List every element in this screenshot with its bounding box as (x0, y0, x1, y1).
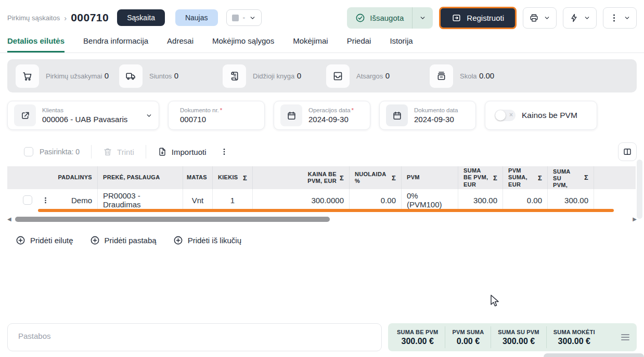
sum-icon[interactable]: Σ (538, 174, 542, 182)
dokumento-nr-field[interactable]: Dokumento nr.* 000710 (168, 101, 265, 130)
add-from-stock-label: Pridėti iš likučių (188, 236, 241, 245)
actions-dropdown-button[interactable] (563, 7, 597, 29)
column-header-suma-be-pvm[interactable]: SUMA BE PVM, EURΣ (458, 166, 503, 189)
cart-icon (16, 64, 39, 88)
stat-didzioji-knyga[interactable]: Didžioji knyga 0 (223, 64, 326, 88)
kebab-menu-icon (220, 148, 228, 156)
cell-padalinys[interactable]: Demo (56, 189, 98, 211)
stat-atsargos[interactable]: Atsargos 0 (326, 64, 430, 88)
chevron-down-icon[interactable] (146, 112, 152, 119)
row-menu-button[interactable] (42, 196, 49, 204)
register-button[interactable]: Registruoti (439, 7, 517, 29)
tab-mokejimo-salygos[interactable]: Mokėjimo sąlygos (212, 36, 274, 52)
column-header-padalinys[interactable]: PADALINYS (56, 166, 98, 189)
stat-label: Didžioji knyga (253, 72, 294, 80)
column-header-pvm[interactable]: PVM (402, 166, 458, 189)
horizontal-scrollbar[interactable]: ◀ ▶ (7, 216, 637, 223)
header-checkbox-cell (7, 166, 34, 189)
cell-suma-su-pvm[interactable]: 300.00 (548, 189, 594, 211)
cell-kiekis[interactable]: 1 (213, 189, 253, 211)
cell-matas[interactable]: Vnt (183, 189, 213, 211)
notes-input[interactable] (7, 323, 382, 351)
page-title: 000710 (71, 11, 109, 24)
divider (146, 145, 146, 158)
scrollbar-track[interactable] (15, 217, 629, 222)
color-dropdown[interactable]: - (226, 9, 262, 26)
saved-dropdown-caret[interactable] (413, 7, 433, 29)
truck-icon (119, 64, 143, 88)
import-button[interactable]: Importuoti (158, 147, 207, 156)
select-all-checkbox[interactable] (24, 147, 33, 156)
sum-icon[interactable]: Σ (243, 174, 247, 182)
calendar-icon[interactable] (280, 104, 302, 126)
tab-mokejimai[interactable]: Mokėjimai (293, 36, 328, 52)
table-row[interactable]: Demo PR00003 - Draudimas Vnt 1 300.0000 … (7, 189, 636, 211)
field-label: Dokumento data (414, 107, 458, 114)
scrollbar-thumb[interactable] (15, 217, 330, 222)
external-link-icon[interactable] (14, 104, 36, 126)
tab-bendra-informacija[interactable]: Bendra informacija (83, 36, 148, 52)
stat-pirkimu-uzsakymai[interactable]: Pirkimų užsakymai 0 (16, 64, 119, 88)
saved-split-button[interactable]: Išsaugota (347, 7, 433, 29)
more-dropdown-button[interactable] (603, 7, 637, 29)
column-settings-button[interactable] (618, 142, 637, 161)
dokumento-nr-value: 000710 (180, 114, 222, 125)
purchase-invoice-page: Pirkimų sąskaitos › 000710 Sąskaita Nauj… (0, 0, 644, 357)
column-header-kiekis[interactable]: KIEKISΣ (213, 166, 253, 189)
tab-detalios-eilutes[interactable]: Detalios eilutės (7, 36, 65, 52)
tab-adresai[interactable]: Adresai (167, 36, 194, 52)
cell-preke[interactable]: PR00003 - Draudimas (98, 189, 183, 211)
stat-siuntos[interactable]: Siuntos 0 (119, 64, 223, 88)
print-dropdown-button[interactable] (523, 7, 557, 29)
kebab-menu-icon (609, 13, 619, 23)
column-header-pvm-suma[interactable]: PVM SUMA, EURΣ (503, 166, 548, 189)
cell-nuolaida[interactable]: 0.00 (350, 189, 402, 211)
cell-pvm-suma[interactable]: 0.00 (503, 189, 548, 211)
vertical-scrollbar[interactable] (637, 160, 642, 219)
plus-circle-icon (16, 235, 25, 245)
klientas-field[interactable]: Klientas 000006 - UAB Pavasaris (7, 101, 159, 130)
sum-icon[interactable]: Σ (584, 174, 588, 181)
cell-pvm[interactable]: 0% (PVM100) (402, 189, 458, 211)
color-dropdown-value: - (243, 14, 246, 22)
stat-value: 0 (174, 71, 178, 80)
delete-button-label: Trinti (117, 148, 134, 156)
column-header-suma-su-pvm[interactable]: SUMA SU PVM, EURΣ (548, 166, 594, 189)
total-suma-be-pvm: SUMA BE PVM 300.00 € (390, 326, 445, 348)
tab-priedai[interactable]: Priedai (347, 36, 371, 52)
summary-menu-icon[interactable] (621, 334, 629, 340)
kebab-menu-icon (42, 196, 49, 204)
required-mark: * (352, 107, 354, 113)
stat-skola[interactable]: Skola 0.00 (430, 64, 533, 88)
dokumento-data-field[interactable]: Dokumento data 2024-09-30 (379, 101, 476, 130)
saved-button[interactable]: Išsaugota (347, 7, 412, 29)
row-checkbox[interactable] (23, 195, 32, 205)
sum-icon[interactable]: Σ (493, 174, 497, 182)
column-header-nuolaida[interactable]: NUOLAIDA %Σ (350, 166, 402, 189)
scroll-left-arrow-icon[interactable]: ◀ (7, 217, 11, 222)
cell-suma-be-pvm[interactable]: 300.00 (458, 189, 503, 211)
row-highlight-bar (38, 209, 614, 212)
add-line-button[interactable]: Pridėti eilutę (16, 235, 73, 245)
column-header-kaina-be-pvm[interactable]: KAINA BE PVM, EURΣ (253, 166, 350, 189)
scroll-right-arrow-icon[interactable]: ▶ (633, 217, 637, 222)
column-header-matas[interactable]: MATAS (183, 166, 213, 189)
cell-kaina-be-pvm[interactable]: 300.0000 (253, 189, 350, 211)
sum-icon[interactable]: Σ (392, 174, 396, 182)
bottom-bar: SUMA BE PVM 300.00 € PVM SUMA 0.00 € SUM… (7, 323, 637, 351)
operacijos-data-field[interactable]: Operacijos data* 2024-09-30 (274, 101, 370, 130)
add-note-button[interactable]: Pridėti pastabą (90, 235, 157, 245)
operacijos-data-value: 2024-09-30 (308, 114, 354, 125)
kainos-be-pvm-toggle[interactable]: × (495, 110, 516, 121)
doc-type-chip: Sąskaita (117, 9, 165, 26)
tab-istorija[interactable]: Istorija (390, 36, 413, 52)
calendar-icon[interactable] (386, 104, 408, 126)
add-from-stock-button[interactable]: Pridėti iš likučių (173, 235, 241, 245)
table-more-menu-button[interactable] (220, 148, 228, 156)
delete-button[interactable]: Trinti (103, 147, 134, 156)
row-add-actions: Pridėti eilutę Pridėti pastabą Pridėti i… (7, 235, 637, 245)
toggle-off-x-icon: × (509, 111, 513, 118)
sum-icon[interactable]: Σ (340, 174, 344, 182)
breadcrumb[interactable]: Pirkimų sąskaitos (7, 14, 60, 22)
column-header-preke[interactable]: PREKĖ, PASLAUGA (98, 166, 183, 189)
